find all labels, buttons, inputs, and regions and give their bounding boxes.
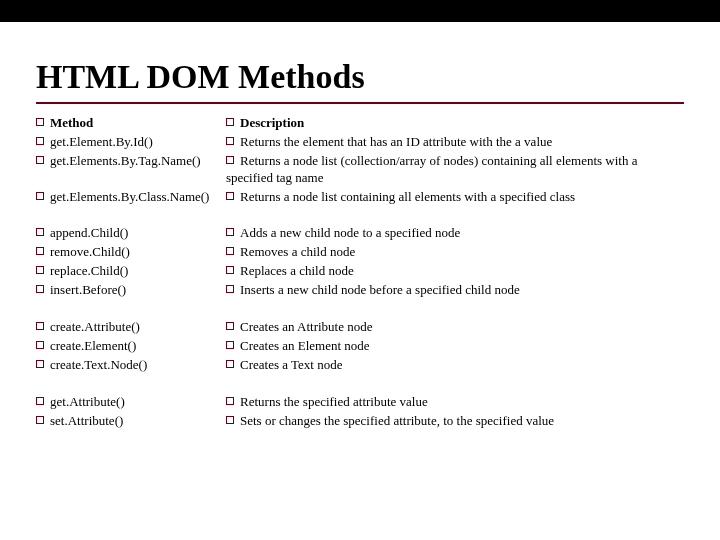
window-top-bar	[0, 0, 720, 22]
square-bullet-icon	[36, 228, 44, 236]
square-bullet-icon	[226, 192, 234, 200]
square-bullet-icon	[36, 156, 44, 164]
method-name: get.Element.By.Id()	[50, 134, 153, 149]
header-description: Description	[240, 115, 304, 130]
table-row: replace.Child() Replaces a child node	[36, 262, 684, 281]
square-bullet-icon	[226, 118, 234, 126]
method-description: Creates a Text node	[240, 357, 342, 372]
methods-table: Method Description get.Element.By.Id() R…	[36, 114, 684, 430]
title-rule	[36, 102, 684, 104]
method-description: Creates an Element node	[240, 338, 370, 353]
method-description: Returns the specified attribute value	[240, 394, 428, 409]
method-name: remove.Child()	[50, 244, 130, 259]
table-row: insert.Before() Inserts a new child node…	[36, 281, 684, 300]
table-row: get.Attribute() Returns the specified at…	[36, 393, 684, 412]
method-description: Inserts a new child node before a specif…	[240, 282, 520, 297]
method-description: Returns a node list (collection/array of…	[226, 153, 637, 185]
square-bullet-icon	[226, 397, 234, 405]
table-row: create.Element() Creates an Element node	[36, 337, 684, 356]
table-row: get.Element.By.Id() Returns the element …	[36, 133, 684, 152]
table-row: create.Text.Node() Creates a Text node	[36, 356, 684, 375]
method-description: Creates an Attribute node	[240, 319, 373, 334]
square-bullet-icon	[226, 322, 234, 330]
method-name: append.Child()	[50, 225, 128, 240]
square-bullet-icon	[36, 118, 44, 126]
square-bullet-icon	[36, 266, 44, 274]
square-bullet-icon	[36, 416, 44, 424]
table-row: remove.Child() Removes a child node	[36, 243, 684, 262]
table-row: append.Child() Adds a new child node to …	[36, 224, 684, 243]
square-bullet-icon	[36, 192, 44, 200]
method-description: Adds a new child node to a specified nod…	[240, 225, 460, 240]
square-bullet-icon	[36, 360, 44, 368]
method-name: create.Attribute()	[50, 319, 140, 334]
method-name: get.Elements.By.Class.Name()	[50, 189, 209, 204]
square-bullet-icon	[226, 341, 234, 349]
table-row: create.Attribute() Creates an Attribute …	[36, 318, 684, 337]
method-name: insert.Before()	[50, 282, 126, 297]
square-bullet-icon	[226, 228, 234, 236]
square-bullet-icon	[226, 416, 234, 424]
table-row: get.Elements.By.Tag.Name() Returns a nod…	[36, 152, 684, 188]
method-name: replace.Child()	[50, 263, 128, 278]
square-bullet-icon	[36, 322, 44, 330]
square-bullet-icon	[226, 247, 234, 255]
method-name: set.Attribute()	[50, 413, 123, 428]
header-method: Method	[50, 115, 93, 130]
method-description: Returns the element that has an ID attri…	[240, 134, 552, 149]
table-row: set.Attribute() Sets or changes the spec…	[36, 412, 684, 431]
method-name: create.Element()	[50, 338, 136, 353]
square-bullet-icon	[36, 285, 44, 293]
square-bullet-icon	[226, 156, 234, 164]
method-description: Returns a node list containing all eleme…	[240, 189, 575, 204]
method-description: Removes a child node	[240, 244, 355, 259]
square-bullet-icon	[226, 285, 234, 293]
method-name: get.Attribute()	[50, 394, 125, 409]
square-bullet-icon	[226, 137, 234, 145]
method-description: Replaces a child node	[240, 263, 354, 278]
table-header-row: Method Description	[36, 114, 684, 133]
square-bullet-icon	[226, 360, 234, 368]
square-bullet-icon	[36, 397, 44, 405]
square-bullet-icon	[36, 341, 44, 349]
square-bullet-icon	[36, 247, 44, 255]
method-name: get.Elements.By.Tag.Name()	[50, 153, 201, 168]
square-bullet-icon	[36, 137, 44, 145]
method-name: create.Text.Node()	[50, 357, 147, 372]
page-title: HTML DOM Methods	[36, 58, 684, 96]
square-bullet-icon	[226, 266, 234, 274]
table-row: get.Elements.By.Class.Name() Returns a n…	[36, 188, 684, 207]
method-description: Sets or changes the specified attribute,…	[240, 413, 554, 428]
